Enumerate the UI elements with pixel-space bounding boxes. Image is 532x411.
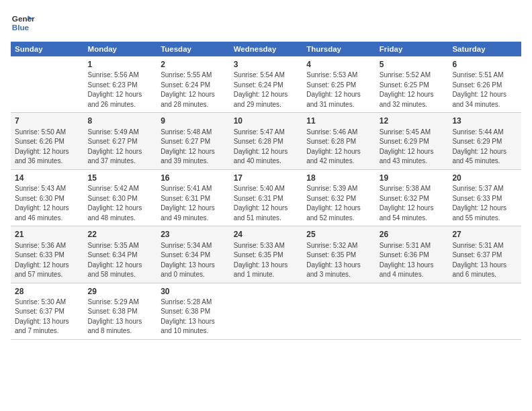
day-number: 10 (234, 116, 299, 127)
day-info: Sunrise: 5:54 AM Sunset: 6:24 PM Dayligh… (234, 71, 299, 109)
calendar-cell: 15Sunrise: 5:42 AM Sunset: 6:30 PM Dayli… (84, 169, 157, 226)
day-info: Sunrise: 5:38 AM Sunset: 6:32 PM Dayligh… (380, 184, 445, 223)
calendar-cell: 10Sunrise: 5:47 AM Sunset: 6:28 PM Dayli… (230, 113, 303, 169)
calendar-cell: 11Sunrise: 5:46 AM Sunset: 6:28 PM Dayli… (302, 113, 375, 169)
day-number: 6 (452, 59, 517, 71)
calendar-cell: 19Sunrise: 5:38 AM Sunset: 6:32 PM Dayli… (375, 169, 449, 226)
day-number: 20 (452, 173, 517, 184)
day-number: 4 (306, 59, 371, 71)
calendar-cell (375, 283, 449, 339)
calendar-cell: 17Sunrise: 5:40 AM Sunset: 6:31 PM Dayli… (230, 169, 303, 226)
calendar-cell: 13Sunrise: 5:44 AM Sunset: 6:29 PM Dayli… (448, 113, 521, 169)
day-info: Sunrise: 5:55 AM Sunset: 6:24 PM Dayligh… (161, 71, 226, 109)
column-header-thursday: Thursday (302, 42, 375, 56)
day-number: 17 (234, 173, 299, 184)
calendar-row: 28Sunrise: 5:30 AM Sunset: 6:37 PM Dayli… (11, 283, 521, 339)
day-number: 24 (234, 229, 299, 240)
day-info: Sunrise: 5:48 AM Sunset: 6:27 PM Dayligh… (161, 128, 226, 167)
day-number: 28 (15, 286, 80, 298)
day-info: Sunrise: 5:28 AM Sunset: 6:38 PM Dayligh… (161, 298, 226, 336)
calendar-cell: 2Sunrise: 5:55 AM Sunset: 6:24 PM Daylig… (157, 56, 230, 113)
day-info: Sunrise: 5:45 AM Sunset: 6:29 PM Dayligh… (380, 128, 445, 167)
day-info: Sunrise: 5:41 AM Sunset: 6:31 PM Dayligh… (161, 184, 226, 223)
day-info: Sunrise: 5:30 AM Sunset: 6:37 PM Dayligh… (15, 298, 80, 336)
calendar-header: SundayMondayTuesdayWednesdayThursdayFrid… (11, 42, 521, 56)
day-info: Sunrise: 5:49 AM Sunset: 6:27 PM Dayligh… (88, 128, 153, 167)
day-info: Sunrise: 5:46 AM Sunset: 6:28 PM Dayligh… (306, 128, 371, 167)
day-info: Sunrise: 5:34 AM Sunset: 6:34 PM Dayligh… (161, 241, 226, 280)
calendar-cell: 22Sunrise: 5:35 AM Sunset: 6:34 PM Dayli… (84, 226, 157, 283)
calendar-row: 1Sunrise: 5:56 AM Sunset: 6:23 PM Daylig… (11, 56, 521, 113)
day-info: Sunrise: 5:53 AM Sunset: 6:25 PM Dayligh… (306, 71, 371, 109)
calendar-row: 21Sunrise: 5:36 AM Sunset: 6:33 PM Dayli… (11, 226, 521, 283)
calendar-cell: 1Sunrise: 5:56 AM Sunset: 6:23 PM Daylig… (84, 56, 157, 113)
day-number: 1 (88, 59, 153, 71)
day-info: Sunrise: 5:52 AM Sunset: 6:25 PM Dayligh… (380, 71, 445, 109)
calendar-cell: 30Sunrise: 5:28 AM Sunset: 6:38 PM Dayli… (157, 283, 230, 339)
calendar-cell: 5Sunrise: 5:52 AM Sunset: 6:25 PM Daylig… (375, 56, 449, 113)
header-row: SundayMondayTuesdayWednesdayThursdayFrid… (11, 42, 521, 56)
day-info: Sunrise: 5:39 AM Sunset: 6:32 PM Dayligh… (306, 184, 371, 223)
day-info: Sunrise: 5:50 AM Sunset: 6:26 PM Dayligh… (15, 128, 80, 167)
calendar-cell: 23Sunrise: 5:34 AM Sunset: 6:34 PM Dayli… (157, 226, 230, 283)
column-header-sunday: Sunday (11, 42, 84, 56)
day-number: 8 (88, 116, 153, 127)
day-info: Sunrise: 5:44 AM Sunset: 6:29 PM Dayligh… (452, 128, 517, 167)
day-number: 26 (380, 229, 445, 240)
calendar-cell: 18Sunrise: 5:39 AM Sunset: 6:32 PM Dayli… (302, 169, 375, 226)
logo: General Blue (11, 11, 35, 35)
day-number: 5 (380, 59, 445, 71)
day-info: Sunrise: 5:42 AM Sunset: 6:30 PM Dayligh… (88, 184, 153, 223)
day-number: 21 (15, 229, 80, 240)
day-info: Sunrise: 5:43 AM Sunset: 6:30 PM Dayligh… (15, 184, 80, 223)
day-number: 9 (161, 116, 226, 127)
day-info: Sunrise: 5:31 AM Sunset: 6:36 PM Dayligh… (380, 241, 445, 280)
calendar-row: 7Sunrise: 5:50 AM Sunset: 6:26 PM Daylig… (11, 113, 521, 169)
day-number: 27 (452, 229, 517, 240)
day-info: Sunrise: 5:33 AM Sunset: 6:35 PM Dayligh… (234, 241, 299, 280)
day-number: 14 (15, 173, 80, 184)
day-number: 25 (306, 229, 371, 240)
calendar-cell (230, 283, 303, 339)
calendar-cell: 7Sunrise: 5:50 AM Sunset: 6:26 PM Daylig… (11, 113, 84, 169)
calendar-cell: 14Sunrise: 5:43 AM Sunset: 6:30 PM Dayli… (11, 169, 84, 226)
calendar-cell: 20Sunrise: 5:37 AM Sunset: 6:33 PM Dayli… (448, 169, 521, 226)
logo-icon: General Blue (11, 11, 35, 35)
day-number: 15 (88, 173, 153, 184)
day-info: Sunrise: 5:32 AM Sunset: 6:35 PM Dayligh… (306, 241, 371, 280)
column-header-tuesday: Tuesday (157, 42, 230, 56)
day-number: 16 (161, 173, 226, 184)
calendar-row: 14Sunrise: 5:43 AM Sunset: 6:30 PM Dayli… (11, 169, 521, 226)
day-number: 30 (161, 286, 226, 298)
calendar-table: SundayMondayTuesdayWednesdayThursdayFrid… (11, 42, 521, 340)
calendar-cell (448, 283, 521, 339)
svg-text:Blue: Blue (12, 23, 30, 32)
calendar-cell: 6Sunrise: 5:51 AM Sunset: 6:26 PM Daylig… (448, 56, 521, 113)
page-header: General Blue (11, 11, 521, 35)
day-number: 7 (15, 116, 80, 127)
day-number: 18 (306, 173, 371, 184)
calendar-cell: 27Sunrise: 5:31 AM Sunset: 6:37 PM Dayli… (448, 226, 521, 283)
day-number: 12 (380, 116, 445, 127)
calendar-cell: 29Sunrise: 5:29 AM Sunset: 6:38 PM Dayli… (84, 283, 157, 339)
day-info: Sunrise: 5:51 AM Sunset: 6:26 PM Dayligh… (452, 71, 517, 109)
day-info: Sunrise: 5:56 AM Sunset: 6:23 PM Dayligh… (88, 71, 153, 109)
day-number: 22 (88, 229, 153, 240)
day-number: 19 (380, 173, 445, 184)
day-number: 11 (306, 116, 371, 127)
day-number: 2 (161, 59, 226, 71)
calendar-cell: 24Sunrise: 5:33 AM Sunset: 6:35 PM Dayli… (230, 226, 303, 283)
column-header-wednesday: Wednesday (230, 42, 303, 56)
calendar-cell (11, 56, 84, 113)
day-info: Sunrise: 5:31 AM Sunset: 6:37 PM Dayligh… (452, 241, 517, 280)
day-info: Sunrise: 5:37 AM Sunset: 6:33 PM Dayligh… (452, 184, 517, 223)
column-header-saturday: Saturday (448, 42, 521, 56)
calendar-cell: 8Sunrise: 5:49 AM Sunset: 6:27 PM Daylig… (84, 113, 157, 169)
calendar-cell (302, 283, 375, 339)
calendar-cell: 4Sunrise: 5:53 AM Sunset: 6:25 PM Daylig… (302, 56, 375, 113)
calendar-cell: 16Sunrise: 5:41 AM Sunset: 6:31 PM Dayli… (157, 169, 230, 226)
column-header-monday: Monday (84, 42, 157, 56)
calendar-cell: 12Sunrise: 5:45 AM Sunset: 6:29 PM Dayli… (375, 113, 449, 169)
calendar-cell: 21Sunrise: 5:36 AM Sunset: 6:33 PM Dayli… (11, 226, 84, 283)
day-info: Sunrise: 5:40 AM Sunset: 6:31 PM Dayligh… (234, 184, 299, 223)
